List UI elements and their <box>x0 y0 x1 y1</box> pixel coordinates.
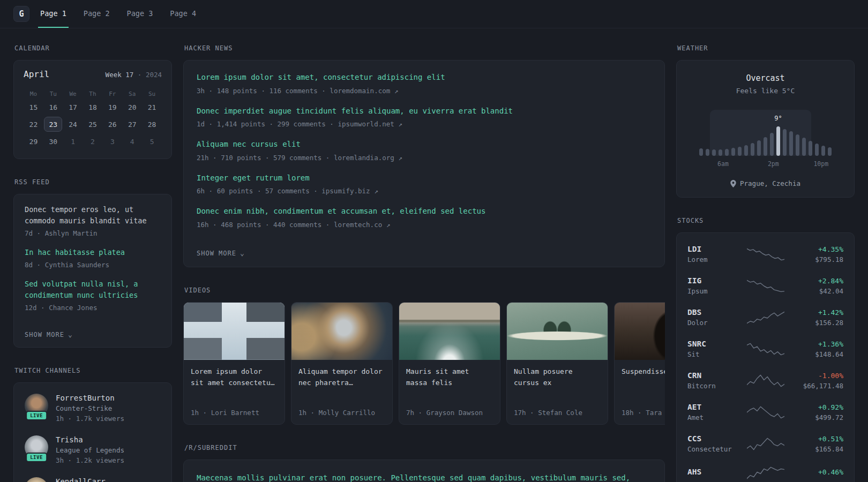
rss-item[interactable]: Donec tempor eros leo, ut commodo mauris… <box>25 204 161 237</box>
video-thumbnail[interactable] <box>184 303 285 360</box>
video-title[interactable]: Nullam posuere cursus ex <box>514 366 601 389</box>
source-link[interactable]: ipsumify.biz ↗ <box>321 187 378 195</box>
hackernews-item-title[interactable]: Donec enim nibh, condimentum et accumsan… <box>197 206 652 217</box>
weather-section: WEATHER Overcast Feels like 5°C 9° 6am2p… <box>676 44 855 198</box>
video-card[interactable]: Lorem ipsum dolor sit amet consectetu… 1… <box>183 302 285 425</box>
rss-item-title[interactable]: Sed volutpat nulla nisl, a condimentum n… <box>25 278 161 301</box>
video-title[interactable]: Mauris sit amet massa felis <box>406 366 493 389</box>
weather-bar <box>744 145 748 156</box>
calendar-day[interactable]: 30 <box>44 134 62 149</box>
source-link[interactable]: ipsumworld.net ↗ <box>338 120 402 128</box>
page-tab[interactable]: Page 3 <box>125 0 155 28</box>
calendar-day[interactable]: 16 <box>44 100 62 115</box>
calendar-day[interactable]: 17 <box>64 100 82 115</box>
weather-widget: Overcast Feels like 5°C 9° 6am2pm10pm Pr… <box>676 60 855 198</box>
twitch-channel-name[interactable]: Trisha <box>56 435 124 444</box>
calendar-day[interactable]: 29 <box>24 134 42 149</box>
calendar-day[interactable]: 1 <box>64 134 82 149</box>
weather-bar <box>751 143 754 156</box>
stocks-widget: LDI Lorem +4.35% $795.18 IIG Ipsum <box>676 232 855 482</box>
hackernews-item: Aliquam nec cursus elit 21h · 710 points… <box>197 139 652 162</box>
video-meta: 1h · Molly Carrillo <box>298 409 385 417</box>
twitch-channel-row[interactable]: LIVE ForrestBurton Counter-Strike 1h · 1… <box>25 394 161 423</box>
app-logo[interactable]: G <box>13 6 29 22</box>
twitch-channel-name[interactable]: ForrestBurton <box>56 394 124 402</box>
twitch-viewers: 3h · 1.2k viewers <box>56 456 124 464</box>
stock-name: Amet <box>687 413 739 421</box>
hackernews-show-more-button[interactable]: SHOW MORE ⌄ <box>197 250 245 257</box>
hackernews-item-title[interactable]: Aliquam nec cursus elit <box>197 139 652 150</box>
twitch-channel-info: Trisha League of Legends 3h · 1.2k viewe… <box>56 435 124 464</box>
video-card[interactable]: Nullam posuere cursus ex 17h · Stefan Co… <box>506 302 608 425</box>
subreddit-post-title[interactable]: Maecenas mollis pulvinar erat non posuer… <box>197 472 652 482</box>
hackernews-item: Lorem ipsum dolor sit amet, consectetur … <box>197 72 652 95</box>
calendar-day[interactable]: 22 <box>24 117 42 132</box>
page-tab[interactable]: Page 4 <box>168 0 198 28</box>
video-title[interactable]: Suspendisse diam <box>622 366 665 389</box>
twitch-channel-row[interactable]: LIVE Trisha League of Legends 3h · 1.2k … <box>25 435 161 464</box>
weather-hour-label: 10pm <box>813 160 828 168</box>
twitch-channel-name[interactable]: KendallCarr <box>56 477 106 482</box>
calendar-day[interactable]: 25 <box>84 117 102 132</box>
stock-name: Ipsum <box>687 287 739 295</box>
stock-row: SNRC Sit +1.36% $148.64 <box>687 333 843 365</box>
calendar-day[interactable]: 27 <box>123 117 141 132</box>
rss-item-title[interactable]: In hac habitasse platea <box>25 247 161 258</box>
twitch-viewers: 1h · 1.7k viewers <box>56 415 124 423</box>
calendar-day[interactable]: 21 <box>143 100 161 115</box>
stock-sparkline <box>747 342 784 356</box>
page-tab[interactable]: Page 2 <box>81 0 112 28</box>
calendar-day[interactable]: 23 <box>44 117 62 132</box>
source-link[interactable]: loremlandia.org ↗ <box>334 154 402 162</box>
stock-row: CCS Consectetur +0.51% $165.84 <box>687 428 843 460</box>
page-tab[interactable]: Page 1 <box>38 0 69 28</box>
calendar-day[interactable]: 15 <box>24 100 42 115</box>
stock-price: $795.18 <box>792 255 843 263</box>
video-thumbnail[interactable] <box>507 303 608 360</box>
video-meta: 17h · Stefan Cole <box>514 409 601 417</box>
calendar-day[interactable]: 19 <box>103 100 122 115</box>
video-thumbnail[interactable] <box>399 303 500 360</box>
twitch-channel-row[interactable]: LIVE KendallCarr <box>25 477 161 482</box>
video-card[interactable]: Aliquam tempor dolor nec pharetra… 1h · … <box>291 302 393 425</box>
chevron-down-icon: ⌄ <box>240 250 245 257</box>
weather-bar <box>821 146 825 156</box>
chevron-down-icon: ⌄ <box>68 331 73 338</box>
calendar-month: April <box>24 69 49 79</box>
hackernews-item-title[interactable]: Lorem ipsum dolor sit amet, consectetur … <box>197 72 652 83</box>
calendar-daynames: MoTuWeThFrSaSu <box>24 88 162 100</box>
video-card[interactable]: Suspendisse diam 18h · Tara <box>614 302 665 425</box>
calendar-day[interactable]: 26 <box>103 117 122 132</box>
source-link[interactable]: loremdomain.com ↗ <box>330 87 398 95</box>
rss-item-title[interactable]: Donec tempor eros leo, ut commodo mauris… <box>25 204 161 227</box>
video-card[interactable]: Mauris sit amet massa felis 7h · Grayson… <box>399 302 500 425</box>
calendar-day[interactable]: 5 <box>143 134 161 149</box>
video-title[interactable]: Aliquam tempor dolor nec pharetra… <box>298 366 385 389</box>
calendar-day[interactable]: 28 <box>143 117 161 132</box>
calendar-day[interactable]: 20 <box>123 100 141 115</box>
video-meta: 18h · Tara <box>622 409 665 417</box>
rss-show-more-button[interactable]: SHOW MORE ⌄ <box>25 331 73 338</box>
video-thumbnail[interactable] <box>615 303 665 360</box>
hackernews-item-title[interactable]: Integer eget rutrum lorem <box>197 173 652 184</box>
calendar-day[interactable]: 3 <box>103 134 122 149</box>
video-card-body: Suspendisse diam 18h · Tara <box>615 360 665 424</box>
rss-item[interactable]: In hac habitasse platea 8d · Cynthia Sau… <box>25 247 161 269</box>
video-title[interactable]: Lorem ipsum dolor sit amet consectetu… <box>191 366 278 389</box>
rss-item[interactable]: Sed volutpat nulla nisl, a condimentum n… <box>25 278 161 312</box>
calendar-day[interactable]: 24 <box>64 117 82 132</box>
stock-symbol: CCS <box>687 434 739 443</box>
source-link[interactable]: loremtech.co ↗ <box>334 221 390 229</box>
calendar-day[interactable]: 4 <box>123 134 141 149</box>
hackernews-item-meta: 21h · 710 points · 579 comments · loreml… <box>197 154 652 162</box>
calendar-day[interactable]: 18 <box>84 100 102 115</box>
day-name: Mo <box>30 88 37 100</box>
stock-change: +0.46% <box>792 468 843 476</box>
twitch-game: Counter-Strike <box>56 404 124 412</box>
videos-section-title: VIDEOS <box>184 287 665 294</box>
video-thumbnail[interactable] <box>291 303 392 360</box>
stock-symbol: AHS <box>687 468 739 476</box>
hackernews-item-title[interactable]: Donec imperdiet augue tincidunt felis al… <box>197 106 652 117</box>
calendar-day[interactable]: 2 <box>84 134 102 149</box>
stock-row: AET Amet +0.92% $499.72 <box>687 396 843 428</box>
